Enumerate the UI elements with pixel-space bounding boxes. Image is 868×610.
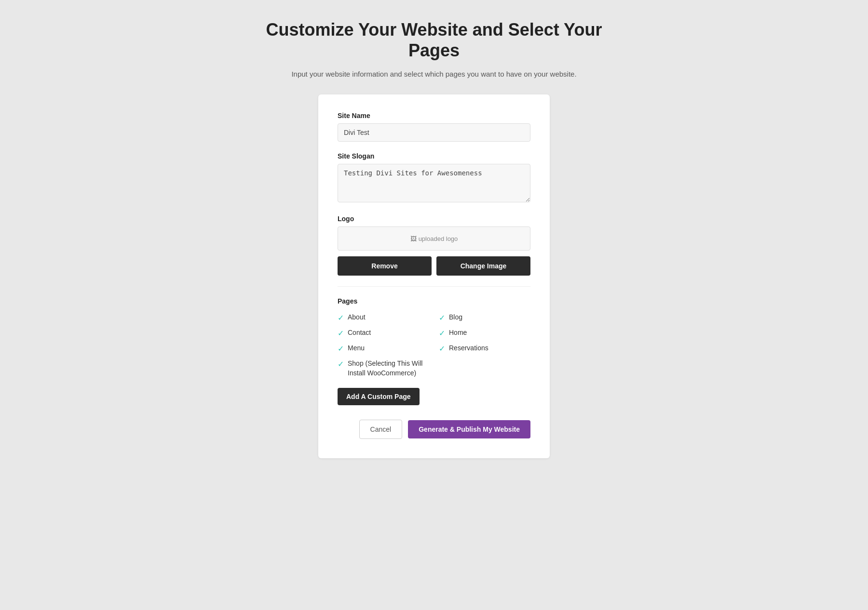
publish-button[interactable]: Generate & Publish My Website [408, 420, 530, 438]
pages-section: Pages ✓ About ✓ Blog ✓ Contact ✓ Home [338, 297, 530, 419]
page-item-label: About [348, 313, 366, 322]
logo-group: Logo 🖼 uploaded logo Remove Change Image [338, 215, 530, 276]
remove-button[interactable]: Remove [338, 256, 432, 276]
check-icon: ✓ [439, 344, 445, 353]
list-item: ✓ Blog [439, 313, 530, 322]
page-header: Customize Your Website and Select Your P… [265, 19, 603, 80]
check-icon: ✓ [338, 329, 344, 338]
check-icon: ✓ [439, 329, 445, 338]
page-title: Customize Your Website and Select Your P… [265, 19, 603, 61]
add-custom-page-container: Add A Custom Page [338, 388, 530, 420]
list-item: ✓ Reservations [439, 344, 530, 353]
check-icon: ✓ [338, 344, 344, 353]
add-custom-page-button[interactable]: Add A Custom Page [338, 388, 420, 405]
site-name-label: Site Name [338, 112, 530, 119]
logo-preview: 🖼 uploaded logo [338, 226, 530, 251]
logo-label: Logo [338, 215, 530, 223]
site-slogan-input[interactable] [338, 164, 530, 202]
site-slogan-group: Site Slogan [338, 152, 530, 204]
page-item-label: Blog [449, 313, 462, 322]
page-item-label: Reservations [449, 344, 488, 353]
page-item-label: Shop (Selecting This Will Install WooCom… [348, 359, 429, 378]
pages-grid: ✓ About ✓ Blog ✓ Contact ✓ Home ✓ Menu [338, 313, 530, 378]
check-icon: ✓ [338, 313, 344, 322]
list-item: ✓ Menu [338, 344, 429, 353]
divider [338, 286, 530, 287]
main-card: Site Name Site Slogan Logo 🖼 uploaded lo… [318, 94, 550, 458]
list-item: ✓ Shop (Selecting This Will Install WooC… [338, 359, 429, 378]
action-buttons: Cancel Generate & Publish My Website [338, 420, 530, 439]
list-item: ✓ About [338, 313, 429, 322]
page-subtitle: Input your website information and selec… [265, 68, 603, 80]
page-item-label: Menu [348, 344, 365, 353]
site-name-input[interactable] [338, 123, 530, 142]
page-item-label: Contact [348, 328, 371, 338]
check-icon: ✓ [338, 359, 344, 369]
page-item-label: Home [449, 328, 467, 338]
site-name-group: Site Name [338, 112, 530, 142]
cancel-button[interactable]: Cancel [359, 420, 403, 439]
broken-image-icon: 🖼 [410, 235, 417, 242]
list-item: ✓ Home [439, 328, 530, 338]
logo-buttons: Remove Change Image [338, 256, 530, 276]
pages-label: Pages [338, 297, 530, 305]
list-item: ✓ Contact [338, 328, 429, 338]
check-icon: ✓ [439, 313, 445, 322]
change-image-button[interactable]: Change Image [436, 256, 530, 276]
site-slogan-label: Site Slogan [338, 152, 530, 160]
logo-placeholder-text: uploaded logo [419, 235, 458, 242]
